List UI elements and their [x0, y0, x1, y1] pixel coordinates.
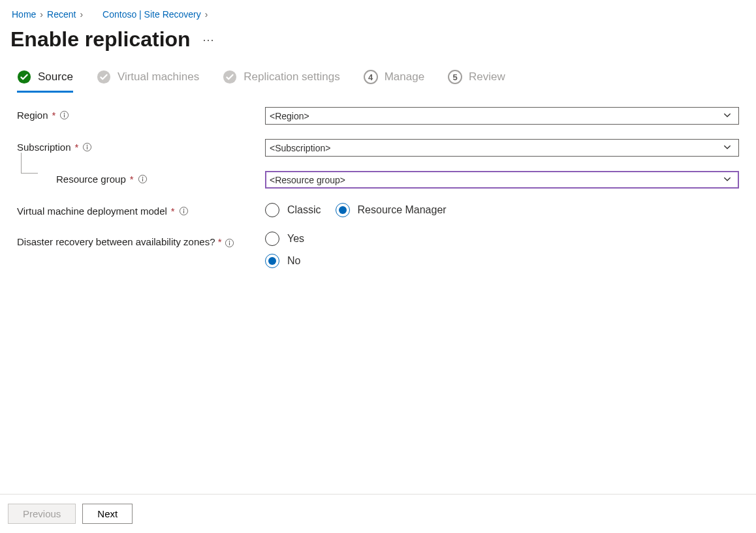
wizard-tabs: Source Virtual machines Replication sett…	[0, 70, 756, 93]
page-title-row: Enable replication ⋯	[0, 22, 756, 70]
radio-circle	[265, 232, 279, 246]
required-asterisk: *	[218, 236, 222, 247]
svg-point-10	[142, 177, 143, 178]
resource-group-select-value: <Resource group>	[270, 175, 345, 185]
tab-manage-label: Manage	[385, 70, 424, 84]
tab-review[interactable]: 5 Review	[448, 70, 505, 93]
deployment-model-radios: Classic Resource Manager	[265, 203, 739, 217]
row-region: Region * <Region>	[17, 107, 739, 125]
radio-circle	[336, 203, 350, 217]
info-icon[interactable]	[82, 142, 92, 152]
tab-vms-label: Virtual machines	[118, 70, 199, 84]
radio-classic[interactable]: Classic	[265, 203, 321, 217]
dr-zones-radios: Yes No	[265, 232, 739, 268]
chevron-right-icon: ›	[205, 9, 208, 20]
more-icon[interactable]: ⋯	[200, 31, 217, 48]
tab-source[interactable]: Source	[17, 70, 73, 93]
row-subscription: Subscription * <Subscription>	[17, 139, 739, 157]
label-subscription: Subscription *	[17, 139, 265, 153]
tab-replication-label: Replication settings	[244, 70, 339, 84]
label-resource-group: Resource group *	[17, 171, 265, 185]
radio-circle	[265, 203, 279, 217]
label-region: Region *	[17, 107, 265, 121]
region-select-value: <Region>	[270, 111, 309, 121]
step-number-icon: 4	[364, 70, 378, 84]
row-deployment-model: Virtual machine deployment model * Class…	[17, 203, 739, 217]
label-dr-zones: Disaster recovery between availability z…	[17, 232, 265, 250]
radio-circle	[265, 254, 279, 268]
svg-rect-14	[183, 210, 184, 213]
step-number-icon: 5	[448, 70, 462, 84]
svg-point-4	[64, 113, 65, 114]
region-select[interactable]: <Region>	[265, 107, 739, 125]
row-dr-zones: Disaster recovery between availability z…	[17, 232, 739, 268]
resource-group-select[interactable]: <Resource group>	[265, 171, 739, 189]
tab-replication-settings[interactable]: Replication settings	[223, 70, 339, 93]
required-asterisk: *	[75, 142, 79, 153]
breadcrumb-recent[interactable]: Recent	[47, 9, 76, 20]
row-resource-group: Resource group * <Resource group>	[17, 171, 739, 189]
required-asterisk: *	[171, 206, 175, 217]
resource-group-label-text: Resource group	[56, 174, 126, 185]
tab-source-label: Source	[38, 70, 73, 84]
breadcrumb-home[interactable]: Home	[12, 9, 36, 20]
next-button[interactable]: Next	[82, 504, 133, 524]
info-icon[interactable]	[138, 174, 148, 184]
form-body: Region * <Region> Subscription *	[0, 93, 756, 268]
svg-rect-11	[142, 178, 143, 181]
svg-point-13	[183, 209, 184, 210]
subscription-select-value: <Subscription>	[270, 143, 330, 153]
previous-button: Previous	[8, 504, 76, 524]
label-deployment-model: Virtual machine deployment model *	[17, 203, 265, 217]
check-circle-icon	[17, 70, 31, 84]
radio-dr-yes[interactable]: Yes	[265, 232, 304, 246]
chevron-right-icon: ›	[40, 9, 43, 20]
svg-point-16	[228, 240, 230, 241]
tab-manage[interactable]: 4 Manage	[364, 70, 424, 93]
subscription-label-text: Subscription	[17, 142, 71, 153]
tab-virtual-machines[interactable]: Virtual machines	[97, 70, 199, 93]
info-icon[interactable]	[59, 110, 69, 120]
check-circle-icon	[97, 70, 111, 84]
wizard-footer: Previous Next	[0, 494, 756, 533]
required-asterisk: *	[130, 174, 134, 185]
radio-dr-no[interactable]: No	[265, 254, 300, 268]
info-icon[interactable]	[225, 238, 234, 248]
radio-classic-label: Classic	[287, 204, 321, 216]
chevron-right-icon: ›	[80, 9, 83, 20]
chevron-down-icon	[723, 142, 732, 153]
svg-rect-17	[229, 242, 230, 245]
deployment-model-label-text: Virtual machine deployment model	[17, 206, 167, 217]
check-circle-icon	[223, 70, 237, 84]
radio-no-label: No	[287, 255, 300, 267]
info-icon[interactable]	[179, 206, 189, 216]
page-title: Enable replication	[10, 27, 191, 52]
svg-rect-5	[64, 114, 65, 117]
subscription-select[interactable]: <Subscription>	[265, 139, 739, 157]
tab-review-label: Review	[469, 70, 505, 84]
region-label-text: Region	[17, 110, 48, 121]
radio-resource-manager[interactable]: Resource Manager	[336, 203, 447, 217]
chevron-down-icon	[723, 110, 732, 121]
required-asterisk: *	[52, 110, 56, 121]
dr-zones-label-text: Disaster recovery between availability z…	[17, 236, 215, 247]
chevron-down-icon	[723, 174, 732, 185]
breadcrumb: Home › Recent › Contoso | Site Recovery …	[0, 0, 756, 22]
radio-rm-label: Resource Manager	[358, 204, 447, 216]
radio-yes-label: Yes	[287, 233, 304, 245]
breadcrumb-current[interactable]: Contoso | Site Recovery	[102, 9, 201, 20]
hierarchy-connector	[21, 153, 38, 174]
svg-rect-8	[87, 146, 87, 149]
svg-point-7	[87, 145, 88, 146]
